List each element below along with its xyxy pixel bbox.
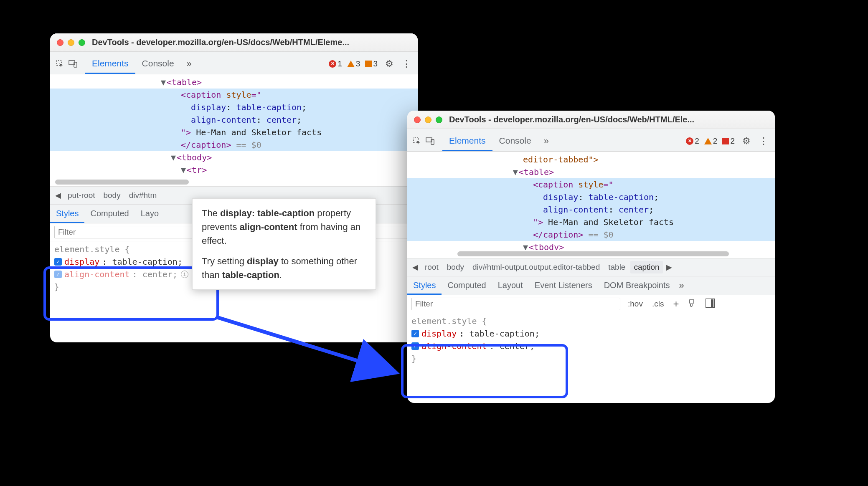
warning-icon [347, 61, 355, 67]
crumb-prev-icon[interactable]: ◀ [411, 263, 420, 272]
titlebar[interactable]: DevTools - developer.mozilla.org/en-US/d… [50, 33, 418, 52]
subtab-computed[interactable]: Computed [84, 205, 135, 223]
flag-icon [365, 61, 372, 67]
new-rule-icon[interactable]: + [671, 298, 680, 310]
kebab-icon[interactable]: ⋮ [756, 136, 771, 147]
checkbox-icon[interactable] [54, 258, 62, 266]
crumb-prev-icon[interactable]: ◀ [53, 191, 63, 200]
crumb-item[interactable]: table [605, 261, 629, 273]
error-count: 1 [338, 59, 342, 68]
kebab-icon[interactable]: ⋮ [399, 58, 414, 69]
status-group[interactable]: 1 3 3 [327, 59, 379, 68]
crumb-item[interactable]: root [421, 261, 442, 273]
crumb-next-icon[interactable]: ▶ [665, 263, 674, 272]
status-group[interactable]: 2 2 2 [684, 137, 736, 146]
styles-subtabs: Styles Computed Layout Event Listeners D… [407, 276, 775, 295]
inspect-icon[interactable] [411, 136, 422, 147]
crumb-item[interactable]: body [100, 189, 124, 202]
crumb-item[interactable]: body [444, 261, 467, 273]
more-subtabs-icon[interactable]: » [676, 280, 688, 291]
styles-panel[interactable]: element.style { display: table-caption; … [407, 313, 775, 371]
styles-filter-row: :hov .cls + [407, 295, 775, 313]
tab-console[interactable]: Console [492, 131, 538, 151]
crumb-item-selected[interactable]: caption [630, 261, 662, 273]
paintbrush-icon[interactable] [686, 299, 698, 309]
gear-icon[interactable]: ⚙ [739, 136, 754, 147]
scrollbar-horizontal[interactable] [55, 180, 189, 185]
main-toolbar: Elements Console » 2 2 2 ⚙ ⋮ [407, 129, 775, 152]
error-icon [686, 137, 693, 145]
property-tooltip: The display: table-caption property prev… [192, 198, 376, 290]
main-toolbar: Elements Console » 1 3 3 ⚙ ⋮ [50, 52, 418, 74]
checkbox-icon[interactable] [411, 342, 419, 350]
crumb-item[interactable]: put-root [64, 189, 98, 202]
zoom-icon[interactable] [436, 116, 442, 123]
scrollbar-horizontal[interactable] [457, 251, 729, 256]
close-icon[interactable] [414, 116, 421, 123]
devtools-window-b: DevTools - developer.mozilla.org/en-US/d… [407, 111, 775, 403]
tab-elements[interactable]: Elements [442, 131, 492, 151]
checkbox-icon[interactable] [411, 330, 419, 337]
inspect-icon[interactable] [54, 58, 65, 69]
rule-selector: element.style { [54, 243, 130, 256]
titlebar[interactable]: DevTools - developer.mozilla.org/en-US/d… [407, 111, 775, 129]
device-toggle-icon[interactable] [425, 136, 436, 147]
error-icon [329, 60, 336, 68]
dom-tree[interactable]: editor-tabbed"> ▼<table> <caption style=… [407, 152, 775, 250]
subtab-styles[interactable]: Styles [50, 205, 84, 223]
devtools-window-a: DevTools - developer.mozilla.org/en-US/d… [50, 33, 418, 342]
tab-console[interactable]: Console [135, 53, 181, 74]
subtab-dom-breakpoints[interactable]: DOM Breakpoints [598, 276, 676, 295]
minimize-icon[interactable] [425, 116, 431, 123]
zoom-icon[interactable] [79, 39, 85, 46]
warning-icon [704, 138, 712, 144]
dom-tree[interactable]: ▼<table> <caption style=" display: table… [50, 74, 418, 178]
subtab-layout[interactable]: Layout [492, 276, 529, 295]
device-toggle-icon[interactable] [68, 58, 79, 69]
window-title: DevTools - developer.mozilla.org/en-US/d… [92, 38, 411, 47]
crumb-item[interactable]: div#html-output.output.editor-tabbed [469, 261, 603, 273]
hov-button[interactable]: :hov [626, 299, 645, 309]
subtab-styles[interactable]: Styles [407, 276, 442, 295]
flag-icon [722, 138, 729, 144]
breadcrumb[interactable]: ◀ root body div#html-output.output.edito… [407, 258, 775, 276]
close-icon[interactable] [57, 39, 63, 46]
subtab-layout[interactable]: Layo [135, 205, 165, 223]
styles-filter-input[interactable] [411, 298, 620, 310]
warning-count: 2 [713, 137, 718, 146]
info-icon[interactable]: i [181, 271, 188, 278]
crumb-item[interactable]: div#htm [126, 189, 160, 202]
tab-elements[interactable]: Elements [85, 53, 135, 74]
flag-count: 3 [373, 59, 378, 68]
cls-button[interactable]: .cls [650, 299, 666, 309]
more-tabs-icon[interactable]: » [183, 58, 195, 69]
traffic-lights [57, 39, 85, 46]
error-count: 2 [695, 137, 699, 146]
rule-selector: element.style { [411, 315, 487, 327]
minimize-icon[interactable] [68, 39, 74, 46]
warning-count: 3 [356, 59, 360, 68]
traffic-lights [414, 116, 442, 123]
gear-icon[interactable]: ⚙ [382, 58, 397, 69]
subtab-computed[interactable]: Computed [442, 276, 492, 295]
window-title: DevTools - developer.mozilla.org/en-US/d… [449, 115, 768, 124]
checkbox-icon[interactable] [54, 271, 62, 278]
more-tabs-icon[interactable]: » [541, 136, 552, 147]
computed-pane-icon[interactable] [704, 299, 716, 310]
flag-count: 2 [730, 137, 735, 146]
subtab-event-listeners[interactable]: Event Listeners [529, 276, 598, 295]
